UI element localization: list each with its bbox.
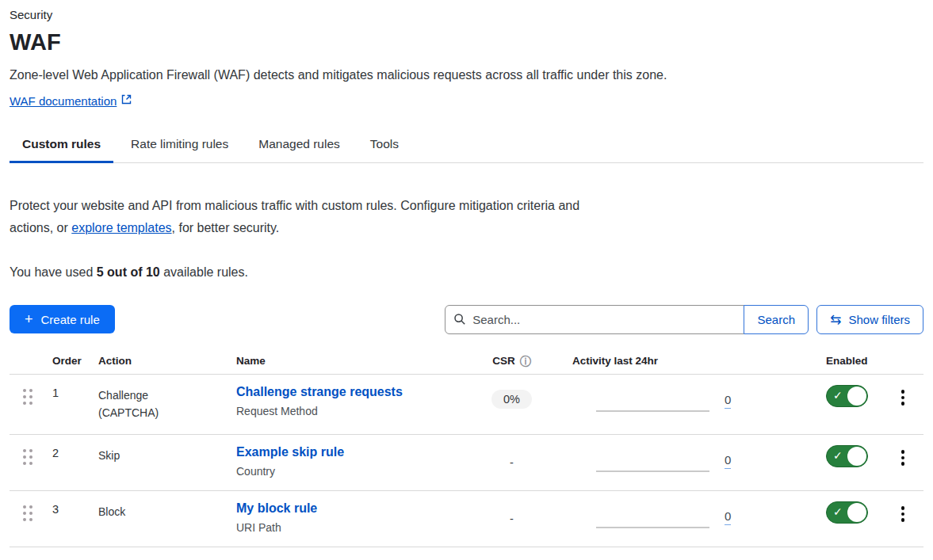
header-drag-spacer <box>10 355 46 367</box>
rule-order: 2 <box>46 445 92 459</box>
enabled-toggle[interactable]: ✓ <box>826 385 868 407</box>
csr-badge: 0% <box>491 390 532 409</box>
info-icon[interactable]: ⓘ <box>520 356 531 367</box>
csr-value: - <box>510 450 514 469</box>
rule-field: URI Path <box>236 521 462 534</box>
page-description: Zone-level Web Application Firewall (WAF… <box>10 68 923 82</box>
search-icon <box>453 313 466 329</box>
search-button[interactable]: Search <box>744 305 809 334</box>
waf-tabs: Custom rules Rate limiting rules Managed… <box>10 128 923 163</box>
search-box <box>445 305 744 334</box>
rule-order: 1 <box>46 385 92 399</box>
table-body: 1 Challenge (CAPTCHA) Challenge strange … <box>10 375 923 547</box>
doc-link-row: WAF documentation <box>10 93 923 108</box>
rules-table: Order Action Name CSR ⓘ Activity last 24… <box>10 355 923 547</box>
show-filters-button[interactable]: ⇆ Show filters <box>816 305 923 334</box>
activity-count-link[interactable]: 0 <box>725 392 731 409</box>
header-order: Order <box>46 355 92 367</box>
usage-count: 5 out of 10 <box>97 265 160 279</box>
enabled-toggle[interactable]: ✓ <box>826 445 868 467</box>
create-rule-label: Create rule <box>41 313 100 326</box>
rule-csr-cell: - <box>462 501 561 526</box>
rule-order: 3 <box>46 501 92 516</box>
tab-custom-rules[interactable]: Custom rules <box>10 128 113 163</box>
header-name: Name <box>236 355 462 367</box>
toolbar: + Create rule Search ⇆ Show filters <box>10 305 923 334</box>
breadcrumb: Security <box>10 8 923 21</box>
show-filters-label: Show filters <box>848 313 910 326</box>
usage-suffix: available rules. <box>160 265 248 279</box>
check-icon: ✓ <box>833 505 843 518</box>
rule-name-cell: Example skip rule Country <box>236 445 462 478</box>
intro-after: , for better security. <box>172 221 280 234</box>
rule-csr-cell: 0% <box>462 385 561 409</box>
intro-text: Protect your website and API from malici… <box>10 195 596 239</box>
external-link-icon <box>121 93 132 108</box>
table-header-row: Order Action Name CSR ⓘ Activity last 24… <box>10 355 923 375</box>
rule-activity-cell: 0 <box>561 445 740 472</box>
activity-sparkline <box>596 445 709 472</box>
rule-action: Skip <box>92 445 236 464</box>
rule-name-cell: Challenge strange requests Request Metho… <box>236 385 462 417</box>
create-rule-button[interactable]: + Create rule <box>10 305 115 333</box>
rule-activity-cell: 0 <box>561 501 740 528</box>
row-menu-button[interactable] <box>882 445 923 466</box>
waf-page: Security WAF Zone-level Web Application … <box>0 0 933 547</box>
header-spacer <box>740 355 815 367</box>
header-action: Action <box>92 355 236 367</box>
waf-documentation-link[interactable]: WAF documentation <box>10 94 117 108</box>
activity-sparkline <box>596 385 709 412</box>
toggle-knob <box>847 503 866 522</box>
activity-count-link[interactable]: 0 <box>725 509 731 525</box>
usage-text: You have used 5 out of 10 available rule… <box>10 265 923 280</box>
search-tools: Search ⇆ Show filters <box>445 305 923 334</box>
rule-action: Block <box>92 501 236 520</box>
row-menu-button[interactable] <box>882 385 923 406</box>
tab-tools[interactable]: Tools <box>358 128 411 163</box>
rule-field: Request Method <box>236 405 462 417</box>
check-icon: ✓ <box>833 449 843 462</box>
header-csr-label: CSR <box>492 355 515 367</box>
rule-name-link[interactable]: My block rule <box>236 501 317 515</box>
explore-templates-link[interactable]: explore templates <box>71 221 171 234</box>
plus-icon: + <box>25 312 33 326</box>
rule-enabled-cell: ✓ <box>815 385 882 407</box>
page-title: WAF <box>10 29 923 55</box>
enabled-toggle[interactable]: ✓ <box>826 501 868 524</box>
table-row: 2 Skip Example skip rule Country - 0 ✓ <box>10 435 923 491</box>
table-row: 3 Block My block rule URI Path - 0 ✓ <box>10 491 923 547</box>
rule-enabled-cell: ✓ <box>815 445 882 467</box>
drag-handle-icon[interactable] <box>10 445 33 465</box>
toggle-knob <box>847 387 866 406</box>
toggle-knob <box>847 447 866 466</box>
csr-value: - <box>510 506 514 525</box>
rule-enabled-cell: ✓ <box>815 501 882 524</box>
swap-arrows-icon: ⇆ <box>830 313 841 326</box>
header-activity: Activity last 24hr <box>561 355 740 367</box>
row-menu-button[interactable] <box>882 501 923 522</box>
header-enabled: Enabled <box>815 355 882 367</box>
drag-handle-icon[interactable] <box>10 501 33 521</box>
rule-action: Challenge (CAPTCHA) <box>92 385 236 421</box>
check-icon: ✓ <box>833 389 843 402</box>
search-input[interactable] <box>445 305 744 334</box>
usage-prefix: You have used <box>10 265 97 279</box>
header-menu-spacer <box>882 355 923 367</box>
rule-name-link[interactable]: Challenge strange requests <box>236 385 403 398</box>
activity-count-link[interactable]: 0 <box>725 452 731 469</box>
drag-handle-icon[interactable] <box>10 385 33 405</box>
activity-sparkline <box>596 501 709 528</box>
rule-activity-cell: 0 <box>561 385 740 412</box>
table-row: 1 Challenge (CAPTCHA) Challenge strange … <box>10 375 923 435</box>
tab-managed-rules[interactable]: Managed rules <box>246 128 353 163</box>
rule-name-cell: My block rule URI Path <box>236 501 462 534</box>
rule-name-link[interactable]: Example skip rule <box>236 445 344 459</box>
header-csr: CSR ⓘ <box>462 355 561 367</box>
tab-rate-limiting-rules[interactable]: Rate limiting rules <box>118 128 241 163</box>
rule-field: Country <box>236 465 462 478</box>
rule-csr-cell: - <box>462 445 561 470</box>
